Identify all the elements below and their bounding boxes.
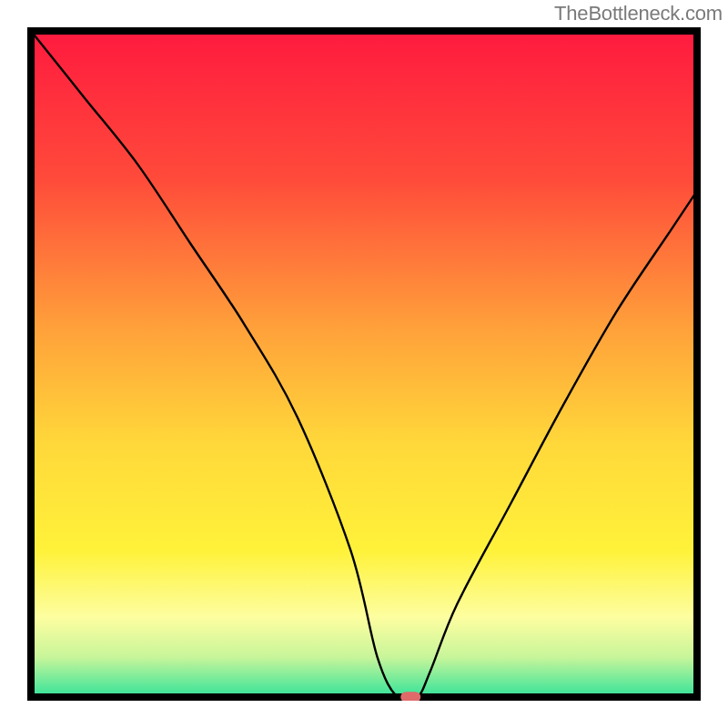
plot-svg [27, 27, 701, 701]
attribution-label: TheBottleneck.com [554, 2, 723, 25]
target-pill-marker [400, 692, 420, 701]
bottleneck-chart: TheBottleneck.com [0, 0, 728, 728]
